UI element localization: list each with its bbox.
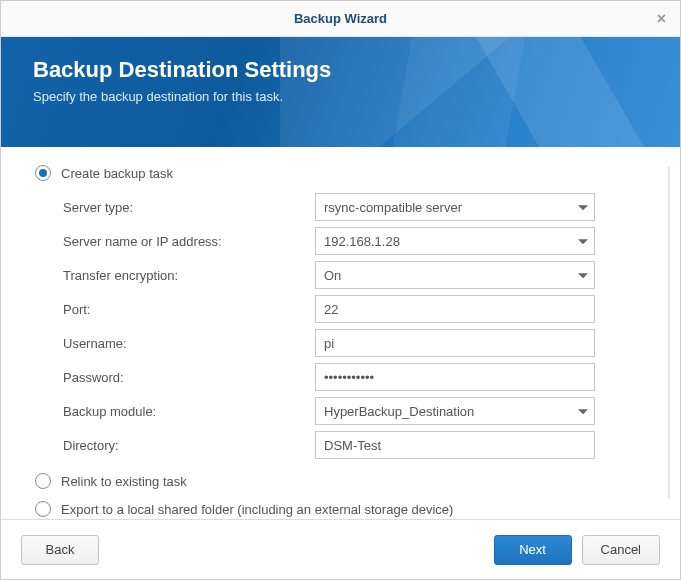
value: On: [324, 268, 341, 283]
value: HyperBackup_Destination: [324, 404, 474, 419]
close-icon[interactable]: ×: [657, 1, 666, 37]
option-label: Relink to existing task: [61, 474, 187, 489]
input-directory[interactable]: DSM-Test: [315, 431, 595, 459]
row-server-address: Server name or IP address: 192.168.1.28: [63, 227, 652, 255]
radio-icon: [35, 473, 51, 489]
scrollbar-track[interactable]: [668, 167, 670, 499]
next-button[interactable]: Next: [494, 535, 572, 565]
label-server-type: Server type:: [63, 200, 315, 215]
value: 22: [324, 302, 338, 317]
row-directory: Directory: DSM-Test: [63, 431, 652, 459]
row-port: Port: 22: [63, 295, 652, 323]
chevron-down-icon: [578, 409, 588, 414]
row-password: Password: •••••••••••: [63, 363, 652, 391]
label-server-address: Server name or IP address:: [63, 234, 315, 249]
option-relink[interactable]: Relink to existing task: [35, 473, 652, 489]
option-export[interactable]: Export to a local shared folder (includi…: [35, 501, 652, 517]
chevron-down-icon: [578, 205, 588, 210]
input-port[interactable]: 22: [315, 295, 595, 323]
backup-form: Server type: rsync-compatible server Ser…: [63, 193, 652, 459]
select-backup-module[interactable]: HyperBackup_Destination: [315, 397, 595, 425]
option-create-backup[interactable]: Create backup task: [35, 165, 652, 181]
titlebar: Backup Wizard ×: [1, 1, 680, 37]
label-backup-module: Backup module:: [63, 404, 315, 419]
select-server-type[interactable]: rsync-compatible server: [315, 193, 595, 221]
banner-subheading: Specify the backup destination for this …: [33, 89, 648, 104]
label-port: Port:: [63, 302, 315, 317]
combo-server-address[interactable]: 192.168.1.28: [315, 227, 595, 255]
row-encryption: Transfer encryption: On: [63, 261, 652, 289]
banner-heading: Backup Destination Settings: [33, 57, 648, 83]
button-label: Back: [46, 542, 75, 557]
select-encryption[interactable]: On: [315, 261, 595, 289]
value: DSM-Test: [324, 438, 381, 453]
value: 192.168.1.28: [324, 234, 400, 249]
value: •••••••••••: [324, 370, 374, 385]
row-server-type: Server type: rsync-compatible server: [63, 193, 652, 221]
row-backup-module: Backup module: HyperBackup_Destination: [63, 397, 652, 425]
label-encryption: Transfer encryption:: [63, 268, 315, 283]
wizard-content: Create backup task Server type: rsync-co…: [1, 147, 680, 519]
window-title: Backup Wizard: [294, 11, 387, 26]
chevron-down-icon: [578, 239, 588, 244]
input-username[interactable]: pi: [315, 329, 595, 357]
input-password[interactable]: •••••••••••: [315, 363, 595, 391]
radio-icon: [35, 501, 51, 517]
label-directory: Directory:: [63, 438, 315, 453]
radio-icon: [35, 165, 51, 181]
button-label: Next: [519, 542, 546, 557]
back-button[interactable]: Back: [21, 535, 99, 565]
row-username: Username: pi: [63, 329, 652, 357]
value: pi: [324, 336, 334, 351]
chevron-down-icon: [578, 273, 588, 278]
option-label: Create backup task: [61, 166, 173, 181]
label-password: Password:: [63, 370, 315, 385]
wizard-footer: Back Next Cancel: [1, 519, 680, 579]
value: rsync-compatible server: [324, 200, 462, 215]
wizard-banner: Backup Destination Settings Specify the …: [1, 37, 680, 147]
cancel-button[interactable]: Cancel: [582, 535, 660, 565]
option-label: Export to a local shared folder (includi…: [61, 502, 453, 517]
button-label: Cancel: [601, 542, 641, 557]
label-username: Username:: [63, 336, 315, 351]
